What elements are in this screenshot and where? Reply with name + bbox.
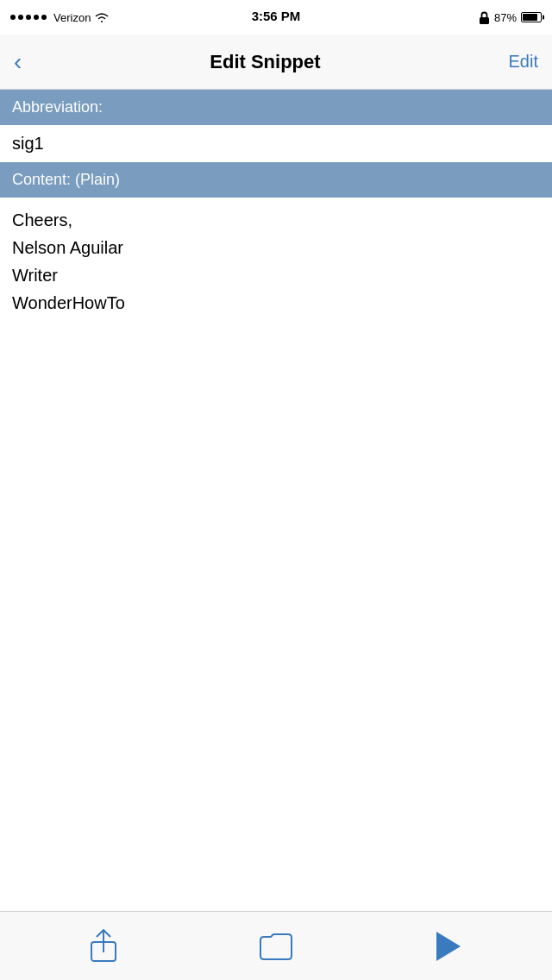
carrier-label: Verizon xyxy=(53,11,91,24)
status-right: 87% xyxy=(479,11,542,24)
play-icon xyxy=(435,930,462,963)
content-header: Content: (Plain) xyxy=(0,162,552,198)
content-line-2: Nelson Aguilar xyxy=(12,234,540,261)
status-left: Verizon xyxy=(10,11,110,24)
svg-marker-3 xyxy=(436,932,461,961)
abbreviation-value: sig1 xyxy=(0,125,552,162)
folder-icon xyxy=(259,932,293,961)
edit-button[interactable]: Edit xyxy=(509,52,538,72)
signal-dots xyxy=(10,15,47,20)
status-bar: Verizon 3:56 PM 87% xyxy=(0,0,552,35)
status-time: 3:56 PM xyxy=(252,9,301,23)
bottom-toolbar xyxy=(0,911,552,980)
content-line-3: Writer xyxy=(12,261,540,289)
main-content: Abbreviation: sig1 Content: (Plain) Chee… xyxy=(0,90,552,325)
nav-bar: ‹ Edit Snippet Edit xyxy=(0,35,552,90)
battery-indicator xyxy=(521,12,542,22)
back-button[interactable]: ‹ xyxy=(14,50,22,74)
lock-icon xyxy=(479,11,490,24)
svg-rect-0 xyxy=(480,17,489,24)
content-body: Cheers, Nelson Aguilar Writer WonderHowT… xyxy=(0,198,552,325)
wifi-icon xyxy=(94,11,110,23)
content-line-1: Cheers, xyxy=(12,206,540,234)
content-line-4: WonderHowTo xyxy=(12,289,540,317)
play-button[interactable] xyxy=(427,925,470,968)
battery-percent: 87% xyxy=(494,11,517,24)
abbreviation-header: Abbreviation: xyxy=(0,90,552,125)
folder-button[interactable] xyxy=(254,925,298,968)
page-title: Edit Snippet xyxy=(210,51,320,73)
share-button[interactable] xyxy=(82,925,125,968)
share-icon xyxy=(88,928,119,964)
